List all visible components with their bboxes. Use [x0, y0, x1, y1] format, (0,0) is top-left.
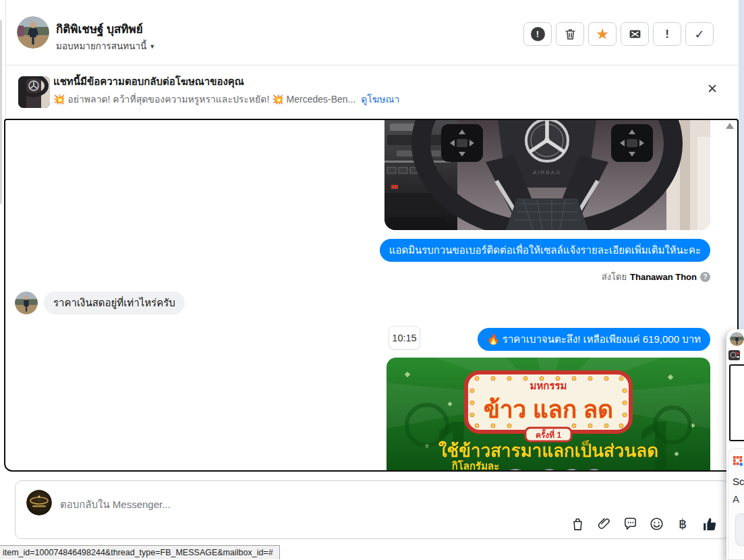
- assign-conversation-dropdown[interactable]: มอบหมายการสนทนานี้▼: [56, 38, 155, 53]
- report-button[interactable]: !: [523, 22, 552, 46]
- promo-unit-label: กิโลกรัมละ: [452, 459, 500, 472]
- saved-reply-icon[interactable]: [621, 515, 639, 532]
- banner-subtitle: 💥 อย่าพลาด! คว้าที่สุดของความหรูหราและปร…: [53, 92, 399, 107]
- close-icon[interactable]: ✕: [707, 81, 718, 96]
- promo-edition-label: ครั้งที่ 1: [536, 428, 562, 440]
- customer-avatar: [15, 291, 38, 314]
- scroll-up-arrow[interactable]: [726, 123, 734, 129]
- airbag-label: AIRBAG: [533, 169, 561, 175]
- conversation-header: กิติพิเชษฐ์ บุสทิพย์ มอบหมายการสนทนานี้▼…: [6, 0, 739, 65]
- mark-as-spam-button[interactable]: [621, 22, 649, 46]
- page-avatar: [26, 490, 52, 515]
- reply-composer[interactable]: ตอบกลับใน Messenger...: [15, 480, 729, 539]
- mail-block-icon: [628, 27, 642, 41]
- baht-icon[interactable]: ฿: [674, 515, 691, 532]
- panel-text-fragment: A: [733, 493, 739, 505]
- sent-by-label: ส่งโดย: [602, 270, 627, 284]
- overlapping-window-preview[interactable]: Sc A: [726, 329, 744, 560]
- alert-circle-icon: !: [531, 27, 545, 41]
- promo-price: 2,000.-: [505, 461, 631, 472]
- question-icon[interactable]: ?: [700, 272, 710, 282]
- pixel-logo-icon: [733, 456, 743, 466]
- background-scrollbar[interactable]: [0, 20, 2, 204]
- messenger-inbox-window: กิติพิเชษฐ์ บุสทิพย์ มอบหมายการสนทนานี้▼…: [0, 0, 744, 560]
- contact-name: กิติพิเชษฐ์ บุสทิพย์: [56, 20, 143, 38]
- delete-button[interactable]: [556, 22, 584, 46]
- incoming-message-row: ราคาเงินสดอยู่ที่เท่าไหร่ครับ: [15, 291, 185, 314]
- sender-name: Thanawan Thon: [630, 272, 697, 282]
- ad-thumbnail: [18, 76, 50, 108]
- reply-input[interactable]: ตอบกลับใน Messenger...: [60, 497, 171, 513]
- wheel-right-controls: [611, 124, 653, 162]
- mini-ad-thumbnail: [728, 350, 740, 360]
- wheel-left-controls: [441, 124, 483, 162]
- emoji-icon[interactable]: [648, 515, 665, 532]
- check-icon: ✓: [694, 27, 704, 42]
- shopping-bag-icon[interactable]: [569, 515, 586, 532]
- promo-top-label: มหกรรม: [530, 380, 567, 391]
- message-bubble-incoming: ราคาเงินสดอยู่ที่เท่าไหร่ครับ: [44, 291, 185, 314]
- paperclip-icon[interactable]: [595, 515, 612, 532]
- exclamation-icon: !: [665, 28, 669, 41]
- message-image-rice-promo[interactable]: 1 1 มหกรรม ข้าว แลก ลด ครั้งที่: [387, 358, 710, 472]
- promo-headline: ข้าว แลก ลด: [484, 396, 613, 422]
- contact-avatar: [17, 16, 49, 49]
- trash-icon: [563, 27, 577, 41]
- star-icon: ★: [596, 27, 609, 42]
- thumbs-up-icon[interactable]: [700, 515, 718, 532]
- view-ad-link[interactable]: ดูโฆษณา: [361, 94, 399, 105]
- message-bubble-outgoing: แอดมินรบกวนขอเบอร์ติดต่อเพื่อให้เซลล์แจ้…: [380, 239, 710, 262]
- ad-reply-banner: แชทนี้มีข้อความตอบกลับต่อโฆษณาของคุณ 💥 อ…: [6, 66, 739, 118]
- message-timestamp: 10:15: [389, 326, 420, 349]
- composer-icon-bar: ฿: [569, 515, 718, 532]
- mini-contact-avatar: [730, 332, 744, 346]
- mini-chat-area: [729, 364, 744, 441]
- chat-message-area: AIRBAG: [4, 119, 739, 472]
- conversation-toolbar: ! ★ ! ✓: [523, 22, 714, 46]
- mini-panel-button[interactable]: [735, 513, 744, 546]
- mini-side-card: Sc A: [728, 448, 744, 560]
- mark-important-button[interactable]: !: [653, 22, 681, 46]
- chevron-down-icon: ▼: [149, 43, 155, 50]
- message-bubble-outgoing: 🔥 ราคาเบาจนตะลึง! เหลือเพียงแค่ 619,000 …: [478, 328, 710, 351]
- browser-status-bar: item_id=100074846498244&thread_type=FB_M…: [0, 545, 280, 559]
- banner-title: แชทนี้มีข้อความตอบกลับต่อโฆษณาของคุณ: [53, 74, 244, 90]
- mark-done-button[interactable]: ✓: [685, 22, 714, 46]
- promo-subline: ใช้ข้าวสารมาแลกเป็นส่วนลด: [438, 440, 658, 461]
- message-image-steering-wheel[interactable]: AIRBAG: [384, 120, 710, 230]
- sent-by-line: ส่งโดย Thanawan Thon ?: [602, 270, 710, 284]
- panel-text-fragment: Sc: [733, 476, 744, 487]
- follow-up-button[interactable]: ★: [588, 22, 617, 46]
